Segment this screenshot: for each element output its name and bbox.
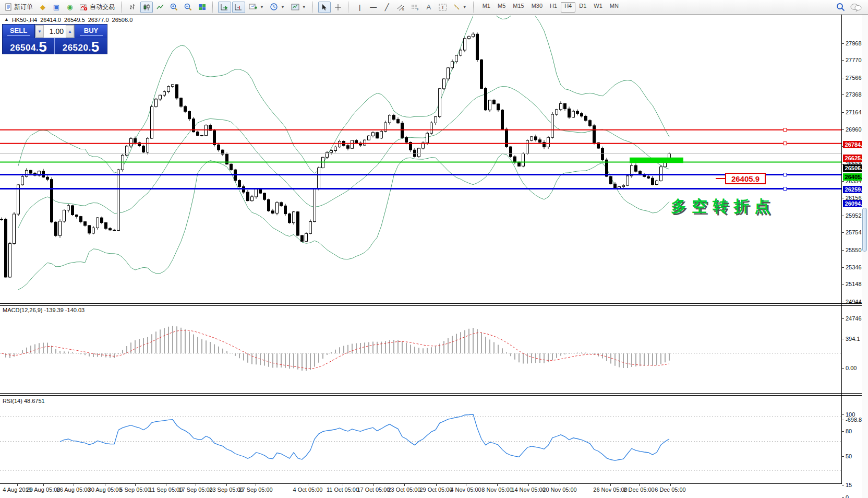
time-tick bbox=[43, 484, 44, 486]
time-tick bbox=[560, 484, 560, 486]
timeframe-m30[interactable]: M30 bbox=[528, 2, 546, 13]
fibonacci-tool[interactable]: F bbox=[408, 2, 421, 13]
highlight-rectangle[interactable] bbox=[630, 158, 683, 163]
timeframe-h1[interactable]: H1 bbox=[546, 2, 561, 13]
bollinger-middle bbox=[18, 87, 669, 228]
crosshair-icon bbox=[334, 4, 342, 11]
timeframe-w1[interactable]: W1 bbox=[590, 2, 606, 13]
text-tool[interactable]: A bbox=[423, 2, 435, 13]
zoom-out-button[interactable] bbox=[182, 2, 195, 13]
periods-button[interactable]: ▼ bbox=[268, 2, 287, 13]
caret-down-icon: ▼ bbox=[281, 5, 285, 9]
buy-price-main: 26520. bbox=[63, 43, 91, 53]
time-axis[interactable]: 4 Aug 201920 Aug 05:0026 Aug 05:0030 Aug… bbox=[0, 483, 842, 498]
new-chart-button[interactable]: ▼ bbox=[246, 2, 267, 13]
chart-window[interactable]: ▲ HK50-,H4 26414.0 26549.5 26377.0 26506… bbox=[0, 15, 868, 498]
chart-shift-button[interactable] bbox=[232, 2, 245, 13]
axis-tick bbox=[842, 284, 844, 284]
scrollbar-thumb[interactable] bbox=[862, 208, 867, 252]
separator bbox=[348, 2, 351, 13]
axis-tick bbox=[842, 420, 844, 420]
charts-button[interactable]: ◆ bbox=[37, 2, 49, 13]
low-value: 26377.0 bbox=[88, 17, 109, 23]
sell-price[interactable]: 26504. 5 bbox=[3, 38, 55, 54]
axis-tick bbox=[842, 198, 844, 198]
svg-text:F: F bbox=[417, 7, 419, 11]
pane-splitter[interactable] bbox=[0, 393, 868, 396]
time-label: 26 Aug 05:00 bbox=[57, 487, 91, 493]
volume-control: ▼ ▲ bbox=[35, 25, 75, 38]
axis-tick bbox=[842, 60, 844, 61]
macd-signal-line bbox=[2, 330, 669, 369]
macd-pane[interactable] bbox=[0, 306, 842, 393]
time-label: 4 Oct 05:00 bbox=[293, 487, 323, 493]
trendline-icon: ╱ bbox=[385, 4, 389, 10]
axis-price-label: 0 bbox=[846, 494, 849, 498]
market-watch-button[interactable]: ▣ bbox=[50, 2, 63, 13]
timeframe-h4[interactable]: H4 bbox=[561, 2, 575, 13]
crosshair-button[interactable] bbox=[332, 2, 344, 13]
axis-tick bbox=[842, 129, 844, 130]
buy-button[interactable]: BUY bbox=[75, 25, 107, 38]
bar-chart-mode-button[interactable] bbox=[127, 2, 139, 13]
one-click-trading-panel: SELL ▼ ▲ BUY 26504. 5 bbox=[2, 24, 107, 54]
zoom-out-icon bbox=[184, 3, 192, 11]
timeframe-d1[interactable]: D1 bbox=[575, 2, 590, 13]
tile-windows-button[interactable] bbox=[196, 2, 209, 13]
vertical-line-tool[interactable]: | bbox=[354, 2, 366, 13]
trendline-tool[interactable]: ╱ bbox=[381, 2, 393, 13]
time-label: 2 Dec 05:00 bbox=[623, 487, 654, 493]
line-handle[interactable] bbox=[783, 128, 787, 132]
axis-price-label: 100 bbox=[846, 411, 855, 418]
svg-text:E: E bbox=[402, 8, 404, 11]
time-tick bbox=[343, 484, 343, 486]
mt4-window: 新订单 ◆ ▣ ◉ 自动交易 ▼ bbox=[0, 0, 868, 498]
volume-input[interactable] bbox=[44, 25, 66, 38]
signals-button[interactable]: ◉ bbox=[64, 2, 76, 13]
line-chart-mode-button[interactable] bbox=[154, 2, 166, 13]
chat-icon[interactable] bbox=[850, 3, 862, 11]
volume-decrease-button[interactable]: ▼ bbox=[35, 25, 44, 38]
callout-connector bbox=[716, 178, 725, 179]
new-order-button[interactable]: 新订单 bbox=[2, 2, 35, 13]
timeframe-m1[interactable]: M1 bbox=[479, 2, 494, 13]
main-price-pane[interactable] bbox=[0, 16, 842, 303]
axis-tick bbox=[842, 485, 844, 485]
time-tick bbox=[74, 484, 74, 486]
turning-point-annotation[interactable]: 多空转折点 bbox=[671, 196, 775, 217]
zoom-in-button[interactable] bbox=[167, 2, 180, 13]
candle-chart-mode-button[interactable] bbox=[140, 2, 153, 13]
label-tool[interactable]: T bbox=[436, 2, 450, 13]
timeframe-mn[interactable]: MN bbox=[606, 2, 622, 13]
close-value: 26506.0 bbox=[112, 17, 133, 23]
buy-price[interactable]: 26520. 5 bbox=[55, 38, 107, 54]
open-value: 26414.0 bbox=[40, 17, 61, 23]
axis-price-label: 394.1 bbox=[846, 336, 860, 342]
sell-button[interactable]: SELL bbox=[3, 25, 35, 38]
timeframe-m15[interactable]: M15 bbox=[509, 2, 527, 13]
horizontal-line-tool[interactable]: — bbox=[367, 2, 380, 13]
cursor-button[interactable] bbox=[318, 2, 331, 13]
collapse-panel-icon[interactable]: ▲ bbox=[4, 17, 9, 23]
vertical-scrollbar[interactable] bbox=[862, 15, 868, 498]
line-handle[interactable] bbox=[783, 187, 787, 191]
hline-icon: — bbox=[370, 4, 377, 10]
tile-windows-icon bbox=[198, 4, 206, 11]
auto-scroll-button[interactable] bbox=[218, 2, 231, 13]
templates-button[interactable]: ▼ bbox=[288, 2, 309, 13]
volume-increase-button[interactable]: ▲ bbox=[66, 25, 74, 38]
line-handle[interactable] bbox=[783, 173, 787, 176]
axis-tick bbox=[842, 181, 844, 182]
search-icon[interactable] bbox=[836, 3, 845, 11]
time-tick bbox=[256, 484, 256, 486]
channel-tool[interactable]: E bbox=[394, 2, 407, 13]
rsi-pane[interactable] bbox=[0, 396, 842, 483]
time-label: 23 Oct 05:00 bbox=[388, 487, 421, 493]
arrows-tool[interactable]: ▼ bbox=[451, 2, 469, 13]
auto-trading-button[interactable]: 自动交易 bbox=[77, 2, 117, 13]
time-label: 30 Aug 05:00 bbox=[88, 487, 122, 493]
timeframe-m5[interactable]: M5 bbox=[494, 2, 509, 13]
macd-label: MACD(12,26,9) -139.39 -140.03 bbox=[3, 307, 85, 313]
price-callout[interactable]: 26405.9 bbox=[725, 173, 766, 184]
line-handle[interactable] bbox=[783, 142, 787, 145]
